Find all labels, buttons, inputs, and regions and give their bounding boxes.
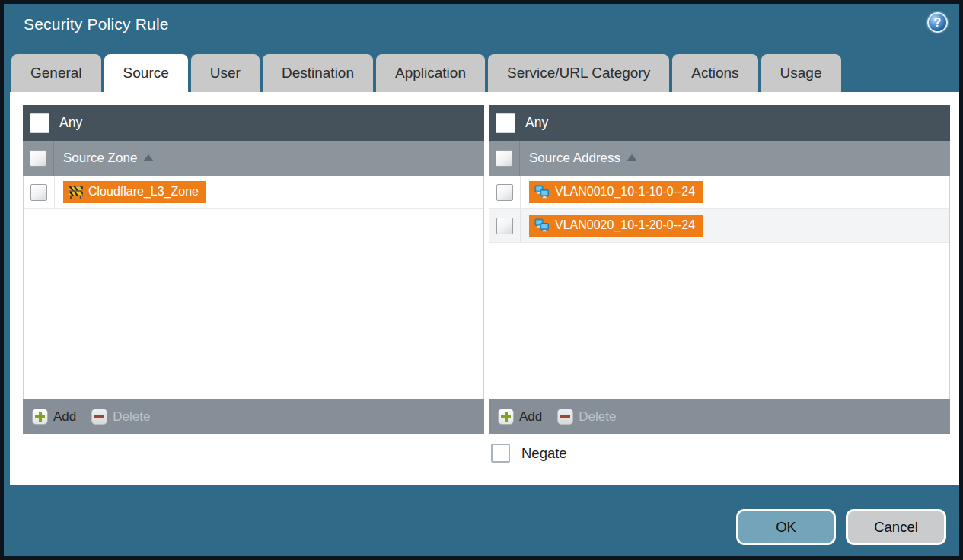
zone-icon	[69, 186, 83, 199]
tab-actions[interactable]: Actions	[672, 54, 757, 92]
delete-button-label: Delete	[579, 409, 616, 425]
address-tag-label: VLAN0020_10-1-20-0--24	[555, 218, 695, 232]
address-icon	[534, 185, 550, 199]
source-address-list: VLAN0010_10-1-10-0--24	[489, 176, 950, 399]
table-row[interactable]: Cloudflare_L3_Zone	[24, 176, 483, 209]
negate-label: Negate	[521, 445, 567, 462]
tab-general[interactable]: General	[11, 54, 101, 92]
dialog-title: Security Policy Rule	[24, 15, 169, 33]
ok-button[interactable]: OK	[736, 509, 836, 545]
address-tag[interactable]: VLAN0010_10-1-10-0--24	[529, 181, 703, 203]
zone-tag-label: Cloudflare_L3_Zone	[88, 185, 199, 199]
sort-ascending-icon	[143, 154, 154, 161]
address-tag[interactable]: VLAN0020_10-1-20-0--24	[529, 215, 703, 237]
delete-icon	[91, 409, 107, 425]
tab-bar: General Source User Destination Applicat…	[11, 54, 841, 92]
source-address-any-label: Any	[525, 115, 548, 131]
source-zone-selectall-checkbox[interactable]	[30, 150, 46, 167]
add-button-label: Add	[53, 409, 76, 425]
source-zone-any-checkbox[interactable]	[30, 113, 49, 133]
row-checkbox[interactable]	[496, 218, 513, 234]
source-zone-column-title[interactable]: Source Zone	[63, 151, 154, 166]
source-zone-footer: Add Delete	[23, 399, 484, 434]
tab-content: Any Source Zone	[10, 92, 961, 485]
address-icon	[534, 218, 550, 232]
source-zone-any-row: Any	[23, 105, 484, 141]
source-zone-any-label: Any	[59, 115, 82, 131]
add-button[interactable]: Add	[498, 409, 542, 425]
delete-icon	[557, 409, 573, 425]
source-zone-panel: Any Source Zone	[23, 105, 484, 434]
add-button[interactable]: Add	[32, 409, 76, 425]
address-tag-label: VLAN0010_10-1-10-0--24	[555, 185, 695, 199]
source-address-column-header[interactable]: Source Address	[489, 141, 950, 176]
tab-usage[interactable]: Usage	[761, 54, 841, 92]
security-policy-rule-dialog: Security Policy Rule ? General Source Us…	[0, 0, 963, 560]
tab-source[interactable]: Source	[104, 54, 188, 92]
source-address-column-label: Source Address	[529, 151, 620, 166]
source-address-any-checkbox[interactable]	[496, 113, 515, 133]
zone-tag[interactable]: Cloudflare_L3_Zone	[63, 181, 206, 203]
delete-button[interactable]: Delete	[557, 409, 616, 425]
source-address-selectall-checkbox[interactable]	[496, 150, 512, 167]
delete-button[interactable]: Delete	[91, 409, 150, 425]
tab-user[interactable]: User	[191, 54, 260, 92]
table-row[interactable]: VLAN0010_10-1-10-0--24	[489, 176, 949, 209]
help-icon[interactable]: ?	[927, 12, 948, 33]
add-icon	[32, 409, 48, 425]
source-address-column-title[interactable]: Source Address	[529, 151, 637, 166]
source-zone-list: Cloudflare_L3_Zone	[23, 176, 484, 399]
source-zone-column-header[interactable]: Source Zone	[23, 141, 484, 176]
source-address-selectall-cell	[489, 141, 520, 176]
tab-destination[interactable]: Destination	[263, 54, 373, 92]
cancel-button[interactable]: Cancel	[846, 509, 946, 545]
source-address-footer: Add Delete	[489, 399, 950, 434]
source-zone-column-label: Source Zone	[63, 151, 137, 166]
sort-ascending-icon	[627, 154, 637, 161]
source-address-panel: Any Source Address	[489, 105, 950, 434]
tab-application[interactable]: Application	[376, 54, 485, 92]
add-button-label: Add	[519, 409, 542, 425]
table-row[interactable]: VLAN0020_10-1-20-0--24	[489, 209, 949, 243]
delete-button-label: Delete	[113, 409, 150, 425]
source-zone-selectall-cell	[23, 141, 54, 176]
row-checkbox-cell	[489, 209, 521, 242]
row-checkbox[interactable]	[30, 184, 47, 201]
source-address-any-row: Any	[489, 105, 950, 141]
row-checkbox-cell	[489, 176, 521, 208]
negate-option: Negate	[491, 444, 567, 463]
row-checkbox-cell	[24, 176, 55, 208]
tab-service-url-category[interactable]: Service/URL Category	[488, 54, 669, 92]
negate-checkbox[interactable]	[491, 444, 510, 463]
add-icon	[498, 409, 514, 425]
row-checkbox[interactable]	[496, 184, 513, 201]
